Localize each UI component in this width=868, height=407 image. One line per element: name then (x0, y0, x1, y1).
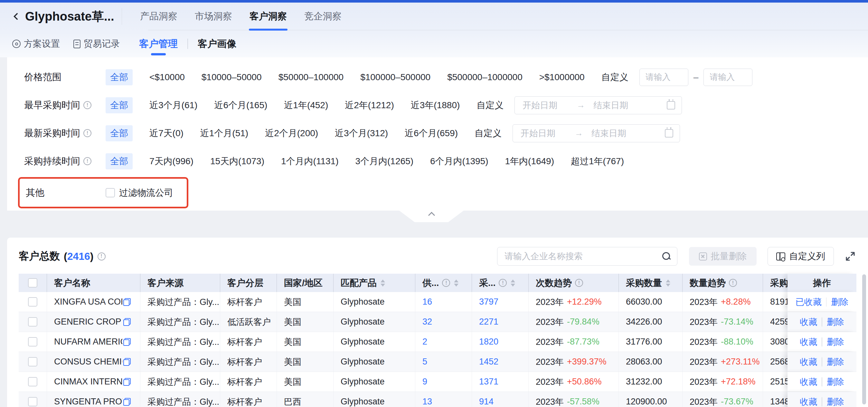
search-icon[interactable] (662, 252, 671, 260)
delete-link[interactable]: 删除 (827, 376, 844, 388)
filter-option[interactable]: 近6个月(165) (214, 99, 267, 112)
drill-down-link[interactable]: 32 (423, 317, 432, 327)
main-tab-客户洞察[interactable]: 客户洞察 (249, 3, 287, 30)
delete-link[interactable]: 删除 (827, 356, 844, 368)
main-tab-市场洞察[interactable]: 市场洞察 (194, 3, 233, 30)
col-header-product[interactable]: 匹配产品 (334, 274, 415, 292)
select-all-checkbox[interactable] (28, 278, 37, 287)
info-icon[interactable]: ! (83, 157, 91, 165)
row-checkbox[interactable] (28, 397, 37, 406)
copy-icon[interactable] (123, 298, 131, 306)
info-icon[interactable]: ! (83, 129, 91, 137)
fullscreen-icon[interactable] (844, 250, 857, 262)
row-checkbox[interactable] (28, 337, 37, 346)
custom-min-input[interactable] (640, 69, 688, 86)
favorite-link[interactable]: 收藏 (800, 376, 817, 388)
drill-down-link[interactable]: 914 (479, 397, 494, 407)
copy-icon[interactable] (123, 378, 131, 386)
filter-option[interactable]: 1年内(1649) (505, 155, 554, 167)
filter-option[interactable]: 1个月内(1131) (281, 155, 338, 167)
copy-icon[interactable] (123, 318, 131, 326)
col-header-qty[interactable]: 采购数量 (619, 274, 683, 292)
delete-link[interactable]: 删除 (827, 396, 844, 407)
filter-option[interactable]: >$1000000 (539, 72, 585, 83)
collapse-filters-button[interactable] (399, 211, 464, 222)
filter-option[interactable]: 7天内(996) (149, 155, 193, 167)
delete-link[interactable]: 删除 (831, 296, 848, 308)
tool-方案设置[interactable]: 方案设置 (12, 38, 60, 50)
drill-down-link[interactable]: 1452 (479, 357, 498, 367)
drill-down-link[interactable]: 5 (423, 357, 427, 367)
info-icon[interactable]: ! (575, 279, 583, 287)
filter-option[interactable]: 近1个月(51) (200, 127, 248, 139)
drill-down-link[interactable]: 13 (423, 397, 432, 407)
drill-down-link[interactable]: 1820 (479, 337, 498, 347)
filter-option[interactable]: 近1年(452) (284, 99, 328, 112)
favorite-link[interactable]: 已收藏 (796, 296, 822, 308)
col-header-suppliers[interactable]: 供...! (415, 274, 472, 292)
vertical-scrollbar[interactable] (862, 274, 866, 404)
delete-link[interactable]: 删除 (827, 336, 844, 348)
drill-down-link[interactable]: 3797 (479, 297, 498, 307)
filter-option[interactable]: 全部 (105, 153, 133, 169)
favorite-link[interactable]: 收藏 (800, 356, 817, 368)
sort-carets-icon[interactable] (380, 280, 385, 287)
filter-logistics-checkbox[interactable] (105, 188, 115, 197)
custom-columns-button[interactable]: 自定义列 (768, 247, 834, 265)
row-checkbox[interactable] (28, 377, 37, 386)
sub-tab-客户画像[interactable]: 客户画像 (198, 30, 236, 57)
filter-option[interactable]: 全部 (105, 125, 133, 142)
date-range-picker[interactable]: 开始日期→结束日期 (513, 124, 680, 142)
filter-option[interactable]: 近6个月(659) (405, 127, 458, 139)
filter-option[interactable]: 自定义 (474, 127, 502, 139)
drill-down-link[interactable]: 1371 (479, 377, 498, 387)
drill-down-link[interactable]: 9 (423, 377, 427, 387)
filter-option[interactable]: 全部 (105, 69, 133, 85)
custom-max-input[interactable] (704, 69, 752, 86)
filter-option[interactable]: 3个月内(1265) (355, 155, 413, 167)
filter-option[interactable]: 15天内(1073) (210, 155, 264, 167)
filter-option[interactable]: $100000–500000 (360, 72, 430, 83)
sort-carets-icon[interactable] (666, 280, 670, 287)
col-header-select[interactable] (19, 274, 47, 292)
sort-carets-icon[interactable] (510, 280, 515, 287)
filter-option[interactable]: 自定义 (601, 71, 628, 84)
row-checkbox[interactable] (28, 297, 37, 307)
info-icon[interactable]: ! (442, 279, 450, 287)
copy-icon[interactable] (123, 358, 131, 366)
filter-option[interactable]: 近3年(1880) (411, 99, 460, 112)
filter-option[interactable]: 近2个月(200) (265, 127, 318, 139)
filter-option[interactable]: 全部 (105, 97, 133, 113)
filter-option[interactable]: <$10000 (149, 72, 185, 83)
col-header-purchases[interactable]: 采...! (472, 274, 529, 292)
favorite-link[interactable]: 收藏 (800, 336, 817, 348)
drill-down-link[interactable]: 2271 (479, 317, 498, 327)
copy-icon[interactable] (123, 338, 131, 346)
filter-option[interactable]: $50000–100000 (278, 72, 344, 83)
info-icon[interactable]: ! (729, 279, 737, 287)
filter-option[interactable]: 超过1年(767) (571, 155, 624, 167)
date-range-picker[interactable]: 开始日期→结束日期 (515, 96, 682, 114)
filter-option[interactable]: $10000–50000 (202, 72, 262, 83)
main-tab-竞企洞察[interactable]: 竞企洞察 (304, 3, 342, 30)
info-icon[interactable]: ! (83, 101, 91, 109)
info-icon[interactable]: ! (499, 279, 507, 287)
back-icon[interactable] (11, 11, 23, 22)
main-tab-产品洞察[interactable]: 产品洞察 (140, 3, 178, 30)
tool-贸易记录[interactable]: 贸易记录 (73, 38, 120, 50)
drill-down-link[interactable]: 2 (423, 337, 427, 347)
copy-icon[interactable] (123, 398, 131, 406)
filter-logistics-label[interactable]: 过滤物流公司 (119, 187, 173, 199)
sort-carets-icon[interactable] (454, 280, 459, 287)
filter-option[interactable]: 近2年(1212) (345, 99, 394, 112)
row-checkbox[interactable] (28, 357, 37, 367)
company-search-input[interactable] (499, 251, 662, 261)
filter-option[interactable]: 近3个月(61) (149, 99, 197, 112)
filter-option[interactable]: 近3个月(312) (335, 127, 388, 139)
batch-delete-button[interactable]: 批量删除 (689, 247, 756, 265)
favorite-link[interactable]: 收藏 (800, 316, 817, 328)
drill-down-link[interactable]: 16 (423, 297, 432, 307)
favorite-link[interactable]: 收藏 (800, 396, 817, 407)
delete-link[interactable]: 删除 (827, 316, 844, 328)
filter-option[interactable]: 6个月内(1395) (430, 155, 488, 167)
